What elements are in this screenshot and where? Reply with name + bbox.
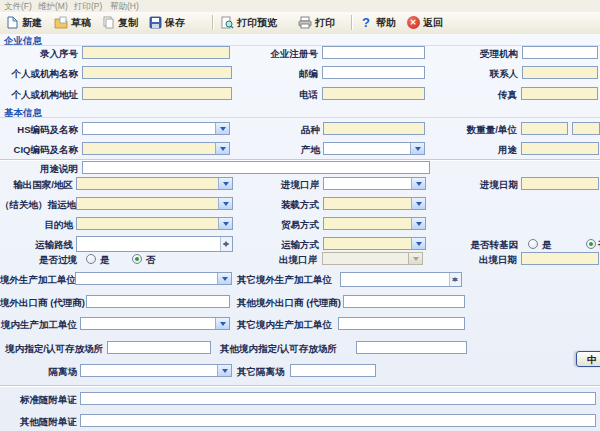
hs-code-label: HS编码及名称 [2, 123, 78, 136]
qty-input[interactable] [521, 122, 568, 135]
exit-port-combobox-disabled [322, 252, 423, 265]
phone-input[interactable] [322, 87, 425, 100]
other-overseas-exporter-input[interactable] [343, 295, 465, 308]
save-button-label: 保存 [165, 16, 185, 30]
chevron-down-icon [215, 318, 229, 329]
exit-date-label: 出境日期 [447, 253, 517, 266]
overseas-producer-combobox[interactable] [75, 272, 232, 285]
transport-route-textarea[interactable] [76, 236, 233, 252]
origin-label: 产地 [250, 143, 320, 156]
ciq-code-label: CIQ编码及名称 [2, 143, 78, 156]
gmo-no-radio[interactable] [586, 239, 596, 249]
print-preview-button[interactable]: 打印预览 [218, 14, 279, 31]
variety-label: 品种 [250, 123, 320, 136]
transport-mode-label: 运输方式 [249, 238, 319, 251]
usage-label: 用途 [447, 143, 517, 156]
back-button-label: 返回 [423, 16, 443, 30]
chevron-down-icon [411, 218, 425, 229]
exit-date-input[interactable] [521, 252, 599, 265]
usage-desc-label: 用途说明 [2, 162, 78, 175]
domestic-producer-combobox[interactable] [80, 317, 230, 330]
chevron-down-icon [411, 238, 425, 249]
exit-port-label: 出境口岸 [247, 253, 317, 266]
quarantine-site-combobox[interactable] [80, 364, 232, 377]
std-docs-label: 标准随附单证 [0, 393, 77, 406]
entry-port-combobox[interactable] [323, 177, 426, 190]
other-overseas-producer-textarea[interactable] [340, 272, 462, 287]
chevron-down-icon [411, 178, 425, 189]
org-name-input[interactable] [82, 66, 232, 79]
spinner-icon[interactable] [449, 273, 461, 286]
loading-mode-combobox[interactable] [323, 197, 426, 210]
domestic-producer-label: 境内生产加工单位 [0, 318, 77, 331]
usage-desc-input[interactable] [82, 161, 430, 174]
domestic-storage-input[interactable] [107, 341, 211, 354]
other-domestic-storage-label: 其他境内指定/认可存放场所 [220, 342, 353, 355]
back-close-icon [406, 16, 420, 30]
postcode-input[interactable] [322, 66, 425, 79]
transport-mode-combobox[interactable] [323, 237, 426, 250]
section-separator [0, 385, 600, 387]
chevron-down-icon [410, 143, 424, 154]
other-domestic-producer-input[interactable] [338, 317, 465, 330]
new-button-label: 新建 [22, 16, 42, 30]
chevron-down-icon [408, 253, 422, 264]
usage-input[interactable] [521, 142, 599, 155]
org-addr-label: 个人或机构地址 [2, 88, 78, 101]
overseas-exporter-input[interactable] [86, 295, 230, 308]
chevron-down-icon [217, 365, 231, 376]
chevron-down-icon [218, 178, 232, 189]
origin-combobox[interactable] [323, 142, 425, 155]
other-quarantine-site-input[interactable] [290, 364, 376, 377]
print-button-label: 打印 [315, 16, 335, 30]
draft-button[interactable]: 草稿 [52, 14, 93, 31]
spinner-icon[interactable] [220, 237, 232, 251]
entry-date-input[interactable] [521, 177, 599, 190]
ciq-code-combobox[interactable] [82, 142, 230, 155]
other-domestic-storage-input[interactable] [356, 341, 467, 354]
gmo-yes-radio[interactable] [528, 239, 538, 249]
org-name-label: 个人或机构名称 [2, 67, 78, 80]
print-preview-button-label: 打印预览 [237, 16, 277, 30]
overseas-exporter-label: 境外出口商 (代理商) [0, 296, 82, 309]
copy-button[interactable]: 复制 [99, 14, 140, 31]
other-docs-label: 其他随附单证 [0, 415, 77, 428]
dest-port-combobox[interactable] [76, 197, 233, 210]
toolbar-separator [212, 15, 213, 30]
std-docs-input[interactable] [80, 392, 596, 405]
back-button[interactable]: 返回 [404, 14, 445, 31]
transit-no-radio-label: 否 [146, 254, 156, 265]
destination-label: 目的地 [0, 218, 73, 231]
entry-date-label: 进境日期 [448, 178, 518, 191]
variety-input[interactable] [323, 122, 425, 135]
toolbar: 新建 草稿 复制 保存 打印预览 打印 [0, 12, 600, 35]
hs-code-combobox[interactable] [82, 122, 230, 135]
save-button[interactable]: 保存 [146, 14, 187, 31]
entry-no-input[interactable] [82, 46, 230, 59]
zhong-button[interactable]: 中 [576, 351, 600, 367]
chevron-down-icon [215, 143, 229, 154]
chevron-down-icon [217, 273, 231, 284]
org-addr-input[interactable] [82, 87, 232, 100]
contact-input[interactable] [522, 66, 598, 79]
new-button[interactable]: 新建 [3, 14, 44, 31]
fax-input[interactable] [521, 87, 598, 100]
reg-no-input[interactable] [322, 46, 425, 59]
help-button[interactable]: ? 帮助 [357, 14, 398, 31]
unit-input[interactable] [572, 122, 600, 135]
export-country-combobox[interactable] [76, 177, 233, 190]
print-button[interactable]: 打印 [296, 14, 337, 31]
transit-yes-radio-label: 是 [100, 254, 110, 265]
export-country-label: 输出国家/地区 [0, 178, 73, 191]
transit-yes-radio[interactable] [86, 254, 96, 264]
chevron-down-icon [218, 198, 232, 209]
transit-no-radio[interactable] [132, 254, 142, 264]
draft-button-label: 草稿 [71, 16, 91, 30]
other-overseas-exporter-label: 其他境外出口商 (代理商) [237, 296, 341, 309]
other-quarantine-site-label: 其它隔离场 [237, 365, 287, 378]
trade-mode-combobox[interactable] [323, 217, 426, 230]
other-overseas-producer-label: 其它境外生产加工单位 [237, 273, 339, 286]
accept-org-input[interactable] [522, 46, 598, 59]
other-docs-input[interactable] [80, 414, 596, 427]
destination-combobox[interactable] [76, 217, 233, 230]
